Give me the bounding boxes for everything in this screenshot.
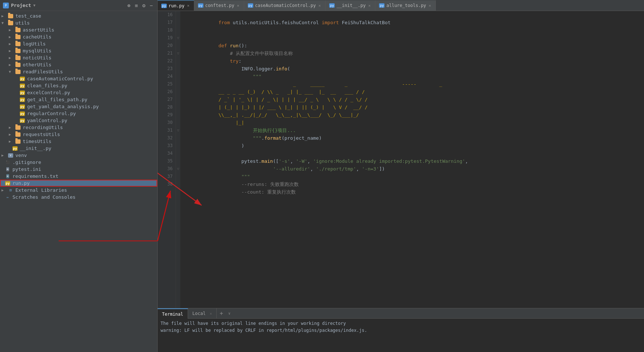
sidebar-item-readFilesUtils[interactable]: ▼ readFilesUtils	[0, 68, 157, 75]
project-icon: P	[3, 3, 9, 8]
code-line-24: _ _____ _ ----- _	[184, 73, 644, 80]
sidebar-item-caseAutomaticControl[interactable]: py caseAutomaticControl.py	[0, 75, 157, 82]
code-line-36: """	[184, 165, 644, 173]
sidebar-item-label: External Libraries	[15, 187, 67, 193]
sidebar-item-gitignore[interactable]: ⬛ .gitignore	[0, 159, 157, 166]
sidebar-item-label: Scratches and Consoles	[12, 194, 76, 200]
sidebar-item-label: logUtils	[23, 41, 46, 47]
fold-37	[176, 173, 180, 180]
fold-25	[176, 80, 180, 88]
tab-close-run.py[interactable]: ×	[186, 3, 190, 8]
align-icon[interactable]: ≡	[133, 2, 139, 9]
minus-icon[interactable]: −	[148, 2, 154, 9]
sidebar-item-get_all_files_path[interactable]: py get_all_files_path.py	[0, 96, 157, 103]
tab-close-caseAutomaticControl.py[interactable]: ×	[318, 3, 322, 8]
sidebar-item-regularControl[interactable]: py regularControl.py	[0, 110, 157, 117]
sidebar-item-label: clean_files.py	[27, 83, 67, 88]
tree-arrow: ▶	[1, 14, 7, 18]
sidebar-item-noticUtils[interactable]: ▶ noticUtils	[0, 54, 157, 61]
fold-31[interactable]: ▽	[176, 126, 180, 134]
tab-caseAutomaticControl.py[interactable]: py caseAutomaticControl.py ×	[244, 0, 326, 11]
sidebar-item-venv[interactable]: ▶ v venv	[0, 152, 157, 159]
line-num-30: 30	[158, 119, 176, 126]
tab-__init__.py[interactable]: py __init__.py ×	[325, 0, 375, 11]
sidebar-item-label: .gitignore	[12, 160, 41, 165]
fold-36[interactable]: ▽	[176, 165, 180, 173]
fold-35	[176, 157, 180, 165]
code-line-17	[184, 19, 644, 26]
sidebar-item-test_case[interactable]: ▶ test_case	[0, 12, 157, 19]
sidebar-item-__init__[interactable]: py __init__.py	[0, 145, 157, 152]
line-num-36: 36	[158, 165, 176, 173]
scratch-icon: ✏	[4, 195, 11, 200]
add-terminal-button[interactable]: +	[217, 308, 226, 319]
sidebar-item-clean_files[interactable]: py clean_files.py	[0, 82, 157, 89]
sidebar-item-requestsUtils[interactable]: ▶ requestsUtils	[0, 131, 157, 138]
line-num-31: 31	[158, 126, 176, 134]
sidebar-item-mysqlUtils[interactable]: ▶ mysqlUtils	[0, 47, 157, 54]
sidebar-item-pytest.ini[interactable]: ≡ pytest.ini	[0, 166, 157, 173]
sidebar-arrow[interactable]: ▼	[33, 3, 36, 7]
fold-23	[176, 65, 180, 73]
terminal-line-1: The file will have its original line end…	[161, 320, 641, 327]
sidebar-item-requirements.txt[interactable]: ≡ requirements.txt	[0, 173, 157, 180]
sidebar-item-get_yaml_data_analysis[interactable]: py get_yaml_data_analysis.py	[0, 103, 157, 110]
code-line-16: from utils.noticUtils.feishuControl impo…	[184, 11, 644, 19]
py-icon: py	[19, 97, 26, 102]
sidebar-item-logUtils[interactable]: ▶ logUtils	[0, 40, 157, 47]
tree-arrow: ▼	[9, 70, 15, 74]
tree-arrow: ▶	[1, 153, 7, 157]
folder-icon	[7, 21, 14, 26]
sidebar-item-yamlControl[interactable]: py yamlControl.py	[0, 117, 157, 124]
sidebar-item-timesUtils[interactable]: ▶ timesUtils	[0, 138, 157, 145]
terminal-content[interactable]: The file will have its original line end…	[158, 319, 644, 352]
line-num-27: 27	[158, 96, 176, 103]
sidebar-item-assertUtils[interactable]: ▶ assertUtils	[0, 26, 157, 33]
line-num-37: 37	[158, 173, 176, 180]
tab-label: allure_tools.py	[386, 3, 426, 8]
sidebar-item-label: pytest.ini	[12, 166, 41, 172]
terminal-arrow[interactable]: ∨	[226, 308, 233, 319]
code-line-23: """	[184, 65, 644, 73]
tree-arrow: ▶	[1, 188, 7, 192]
tab-close-__init__.py[interactable]: ×	[368, 3, 372, 8]
sidebar-item-label: noticUtils	[23, 55, 51, 60]
sidebar-item-run.py[interactable]: py run.py	[0, 180, 157, 187]
folder-icon	[15, 125, 21, 130]
terminal-tab[interactable]: Terminal	[158, 308, 188, 319]
globe-icon[interactable]: ⊕	[126, 2, 132, 9]
tree-arrow: ▶	[9, 139, 15, 143]
sidebar-item-external-libraries[interactable]: ▶ ⊞ External Libraries	[0, 187, 157, 194]
folder-icon	[15, 62, 21, 67]
settings-icon[interactable]: ⚙	[141, 2, 147, 9]
tab-allure_tools.py[interactable]: py allure_tools.py ×	[375, 0, 436, 11]
tab-run.py[interactable]: py run.py ×	[158, 0, 194, 11]
sidebar-item-scratches[interactable]: ✏ Scratches and Consoles	[0, 194, 157, 201]
sidebar-item-recordingUtils[interactable]: ▶ recordingUtils	[0, 124, 157, 131]
sidebar-item-otherUtils[interactable]: ▶ otherUtils	[0, 61, 157, 68]
code-editor[interactable]: from utils.noticUtils.feishuControl impo…	[180, 11, 644, 308]
fold-19[interactable]: ▽	[176, 34, 180, 42]
fold-21[interactable]: ▽	[176, 50, 180, 57]
txt-icon: ≡	[4, 174, 11, 179]
local-close[interactable]: ×	[210, 312, 212, 316]
tree-arrow: ▶	[9, 63, 15, 67]
sidebar-item-label: mysqlUtils	[23, 48, 51, 54]
tab-conftest.py[interactable]: py conftest.py ×	[194, 0, 244, 11]
tree-arrow: ▶	[9, 28, 15, 32]
sidebar-toolbar: ⊕ ≡ ⚙ −	[126, 2, 154, 9]
code-line-21: try:	[184, 50, 644, 57]
fold-38	[176, 180, 180, 188]
tab-py-icon: py	[198, 3, 203, 8]
sidebar-item-utils[interactable]: ▼ utils	[0, 19, 157, 26]
sidebar-item-label: caseAutomaticControl.py	[27, 76, 93, 81]
sidebar-item-label: cacheUtils	[23, 34, 51, 40]
sidebar-item-cacheUtils[interactable]: ▶ cacheUtils	[0, 33, 157, 40]
code-line-31: """.format(project_name)	[184, 126, 644, 134]
sidebar-item-excelControl[interactable]: py excelControl.py	[0, 89, 157, 96]
fold-17	[176, 19, 180, 26]
code-line-34: pytest.main(['-s', '-W', 'ignore:Module …	[184, 150, 644, 157]
terminal-local-tab[interactable]: Local ×	[188, 308, 217, 319]
tab-close-allure_tools.py[interactable]: ×	[428, 3, 432, 8]
tab-close-conftest.py[interactable]: ×	[236, 3, 240, 8]
